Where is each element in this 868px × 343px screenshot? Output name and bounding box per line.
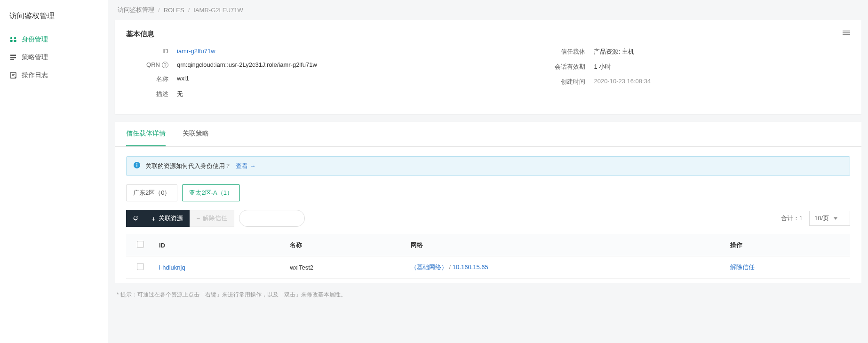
help-icon[interactable]: ? bbox=[162, 62, 168, 68]
tab-trust-detail[interactable]: 信任载体详情 bbox=[126, 122, 166, 146]
sidebar-item-label: 身份管理 bbox=[22, 35, 48, 44]
sidebar-item-log[interactable]: 操作日志 bbox=[0, 66, 108, 84]
trust-panel: 关联的资源如何代入身份使用？ 查看 → 广东2区（0） 亚太2区-A（1） + … bbox=[115, 147, 861, 283]
col-name: 名称 bbox=[285, 234, 406, 256]
chevron-down-icon bbox=[834, 217, 837, 220]
label-qrn: QRN? bbox=[126, 61, 168, 68]
remove-trust-button: − 解除信任 bbox=[190, 210, 235, 227]
label-id: ID bbox=[126, 48, 168, 55]
label-created: 创建时间 bbox=[543, 78, 585, 86]
minus-icon: − bbox=[197, 215, 200, 222]
plus-icon: + bbox=[151, 215, 156, 223]
page-size-select[interactable]: 10/页 bbox=[809, 211, 850, 226]
region-tab-gd2[interactable]: 广东2区（0） bbox=[126, 184, 177, 201]
sidebar-item-policy[interactable]: 策略管理 bbox=[0, 48, 108, 66]
row-remove-trust[interactable]: 解除信任 bbox=[730, 263, 755, 271]
col-action: 操作 bbox=[725, 234, 850, 256]
basic-info-title: 基本信息 bbox=[126, 30, 154, 39]
breadcrumb-current: IAMR-G2LFU71W bbox=[193, 7, 243, 14]
col-net: 网络 bbox=[406, 234, 725, 256]
basic-info-card: 基本信息 ID iamr-g2lfu71w QRN? qrn:qingcloud… bbox=[115, 20, 861, 114]
table-row[interactable]: i-hdiuknjq wxlTest2 （基础网络） / 10.160.15.6… bbox=[126, 256, 850, 279]
network-type-link[interactable]: （基础网络） bbox=[411, 263, 447, 271]
value-desc: 无 bbox=[177, 90, 183, 98]
log-icon bbox=[9, 72, 17, 79]
detail-card: 信任载体详情 关联策略 关联的资源如何代入身份使用？ 查看 → 广东2区（0） … bbox=[115, 122, 861, 283]
row-network: （基础网络） / 10.160.15.65 bbox=[406, 256, 725, 279]
svg-rect-9 bbox=[843, 32, 850, 33]
banner-text: 关联的资源如何代入身份使用？ bbox=[145, 162, 231, 170]
value-id[interactable]: iamr-g2lfu71w bbox=[177, 48, 215, 55]
network-ip-link[interactable]: 10.160.15.65 bbox=[453, 263, 488, 271]
breadcrumb-sep: / bbox=[158, 7, 160, 14]
sidebar: 访问鉴权管理 身份管理 策略管理 操作日志 bbox=[0, 0, 108, 343]
sidebar-item-identity[interactable]: 身份管理 bbox=[0, 31, 108, 48]
toolbar: + 关联资源 − 解除信任 合计：1 10/页 bbox=[126, 210, 850, 227]
svg-point-13 bbox=[136, 163, 137, 164]
refresh-button[interactable] bbox=[126, 210, 145, 227]
total-count: 合计：1 bbox=[781, 214, 803, 223]
value-name: wxl1 bbox=[177, 75, 189, 83]
row-checkbox[interactable] bbox=[137, 263, 144, 270]
tab-policy[interactable]: 关联策略 bbox=[183, 122, 209, 146]
breadcrumb-sep: / bbox=[188, 7, 190, 14]
sidebar-item-label: 策略管理 bbox=[22, 53, 48, 62]
search-input[interactable] bbox=[239, 210, 305, 227]
value-created: 2020-10-23 16:08:34 bbox=[594, 78, 651, 86]
label-name: 名称 bbox=[126, 75, 168, 83]
svg-rect-10 bbox=[843, 34, 850, 35]
identity-icon bbox=[9, 36, 17, 43]
sidebar-item-label: 操作日志 bbox=[22, 71, 48, 80]
value-trust: 产品资源: 主机 bbox=[594, 48, 634, 56]
svg-rect-4 bbox=[10, 55, 16, 56]
associate-resource-button[interactable]: + 关联资源 bbox=[145, 210, 190, 227]
value-session: 1 小时 bbox=[594, 63, 611, 71]
policy-icon bbox=[9, 54, 17, 61]
banner-link[interactable]: 查看 → bbox=[236, 162, 256, 170]
label-trust: 信任载体 bbox=[543, 48, 585, 56]
svg-point-1 bbox=[14, 37, 16, 39]
resource-table: ID 名称 网络 操作 i-hdiuknjq wxlTest2 （基础网络） /… bbox=[126, 234, 850, 279]
info-icon bbox=[133, 161, 141, 171]
label-desc: 描述 bbox=[126, 90, 168, 98]
tab-bar: 信任载体详情 关联策略 bbox=[115, 122, 861, 147]
breadcrumb-section[interactable]: ROLES bbox=[164, 7, 184, 14]
svg-rect-6 bbox=[10, 59, 14, 60]
row-name: wxlTest2 bbox=[285, 256, 406, 279]
info-banner: 关联的资源如何代入身份使用？ 查看 → bbox=[126, 156, 850, 176]
svg-point-0 bbox=[10, 37, 12, 39]
svg-rect-3 bbox=[14, 40, 16, 42]
refresh-icon bbox=[132, 215, 139, 222]
region-tab-ap2a[interactable]: 亚太2区-A（1） bbox=[182, 184, 239, 201]
select-all-checkbox[interactable] bbox=[137, 241, 144, 248]
region-tabs: 广东2区（0） 亚太2区-A（1） bbox=[126, 184, 850, 201]
card-menu-icon[interactable] bbox=[843, 29, 850, 39]
svg-rect-12 bbox=[136, 165, 137, 167]
sidebar-title: 访问鉴权管理 bbox=[0, 8, 108, 31]
col-id: ID bbox=[154, 234, 285, 256]
row-id-link[interactable]: i-hdiuknjq bbox=[159, 264, 185, 271]
label-session: 会话有效期 bbox=[543, 63, 585, 71]
svg-rect-8 bbox=[843, 31, 850, 32]
svg-rect-5 bbox=[10, 57, 16, 58]
breadcrumb: 访问鉴权管理 / ROLES / IAMR-G2LFU71W bbox=[115, 0, 861, 20]
value-qrn: qrn:qingcloud:iam::usr-2Ly2c31J:role/iam… bbox=[177, 61, 317, 68]
svg-rect-2 bbox=[10, 40, 13, 42]
main-content: 访问鉴权管理 / ROLES / IAMR-G2LFU71W 基本信息 ID i… bbox=[108, 0, 868, 343]
breadcrumb-root[interactable]: 访问鉴权管理 bbox=[118, 6, 154, 14]
footnote: * 提示：可通过在各个资源上点击「右键」来进行常用操作，以及「双击」来修改基本属… bbox=[115, 283, 861, 306]
